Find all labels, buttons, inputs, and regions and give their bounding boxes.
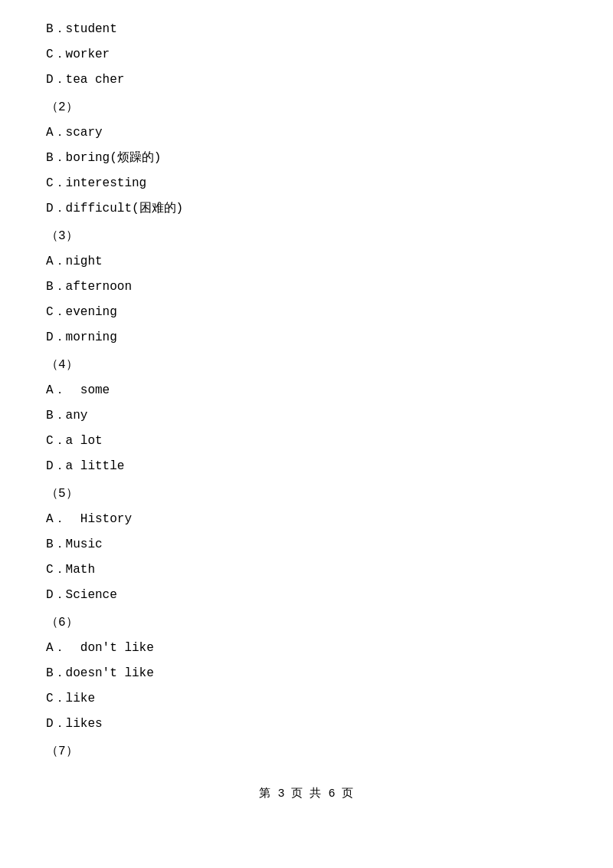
footer-text: 第 3 页 共 6 页 — [259, 787, 353, 801]
answer-option-a-dontlike: A． don't like — [46, 637, 567, 659]
answer-option-q7: （7） — [46, 741, 567, 763]
answer-option-q2: （2） — [46, 97, 567, 119]
answer-option-a-history: A． History — [46, 508, 567, 531]
answer-option-a-night: A．night — [46, 251, 567, 273]
answer-option-d-science: D．Science — [46, 584, 567, 607]
answer-option-a-scary: A．scary — [46, 122, 567, 144]
answer-option-b-afternoon: B．afternoon — [46, 276, 567, 298]
answer-option-d-teacher: D．tea cher — [46, 69, 567, 91]
answer-option-d-morning: D．morning — [46, 327, 567, 349]
answer-option-b-doesntlike: B．doesn't like — [46, 663, 567, 685]
answer-option-c-worker: C．worker — [46, 44, 567, 66]
answer-option-d-alittle: D．a little — [46, 455, 567, 478]
answer-option-d-likes: D．likes — [46, 713, 567, 735]
answer-option-c-math: C．Math — [46, 559, 567, 581]
answer-option-q6: （6） — [46, 612, 567, 634]
answer-option-b-boring: B．boring(烦躁的) — [46, 147, 567, 169]
answer-option-b-student: B．student — [46, 18, 567, 41]
page-footer: 第 3 页 共 6 页 — [46, 786, 567, 801]
answer-option-c-alot: C．a lot — [46, 430, 567, 452]
answer-option-q3: （3） — [46, 225, 567, 248]
answer-option-q5: （5） — [46, 483, 567, 505]
answer-option-b-music: B．Music — [46, 534, 567, 556]
answer-option-a-some: A． some — [46, 380, 567, 402]
answer-option-q4: （4） — [46, 354, 567, 376]
answer-option-b-any: B．any — [46, 405, 567, 427]
answer-option-c-evening: C．evening — [46, 301, 567, 324]
answer-option-c-like: C．like — [46, 688, 567, 710]
answer-option-c-interesting: C．interesting — [46, 173, 567, 195]
answer-option-d-difficult: D．difficult(困难的) — [46, 198, 567, 220]
